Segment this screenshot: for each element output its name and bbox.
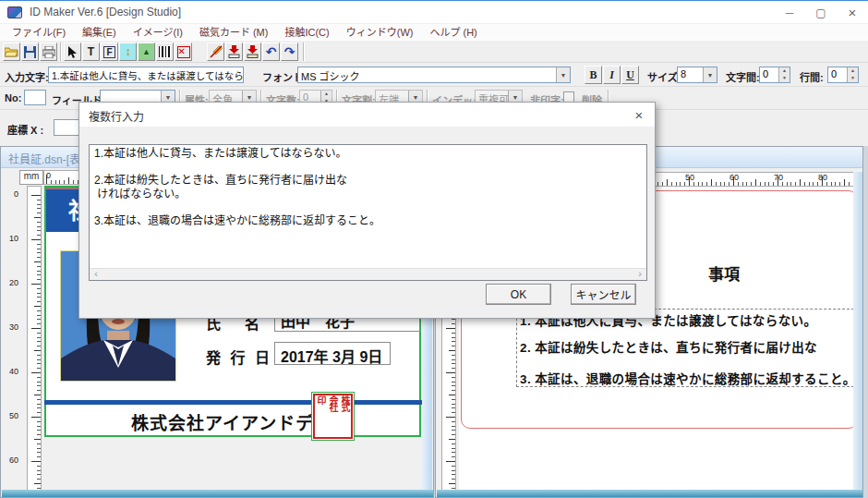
ok-button[interactable]: OK	[486, 284, 551, 305]
close-icon: ×	[635, 107, 644, 123]
right-horizontal-scrollbar[interactable]	[437, 490, 862, 497]
textarea-horizontal-scrollbar[interactable]: ‹ ›	[90, 268, 646, 280]
italic-button[interactable]: I	[603, 66, 621, 84]
toolbar-separator	[303, 43, 305, 61]
issue-date-value-object[interactable]: 2017年 3月 9日	[274, 342, 391, 365]
save-floppy-icon	[24, 46, 36, 58]
font-combobox[interactable]: MS ゴシック ▼	[297, 67, 571, 83]
multiline-text-area[interactable]: 1.本証は他人に貸与、または譲渡してはならない。 2.本証は紛失したときは、直ち…	[90, 145, 646, 268]
italic-icon: I	[609, 68, 614, 82]
close-icon: ×	[849, 5, 857, 20]
undo-button[interactable]: ↶	[262, 43, 280, 61]
undo-icon: ↶	[266, 44, 277, 59]
field-tool-button[interactable]: F	[101, 43, 118, 61]
underline-button[interactable]: U	[621, 66, 639, 84]
left-vertical-ruler	[27, 186, 42, 491]
line-spacing-spinner[interactable]: 0 ▲▼	[827, 67, 859, 83]
bold-button[interactable]: B	[585, 66, 602, 84]
cursor-arrow-icon	[67, 46, 78, 58]
menu-help[interactable]: ヘルプ (H)	[421, 23, 485, 41]
dialog-titlebar[interactable]: 複数行入力 ×	[79, 103, 655, 127]
application-window: ID Maker Ver.6 [Design Studio] ─ ▢ × ファイ…	[0, 0, 868, 498]
right-vertical-scrollbar[interactable]	[853, 172, 863, 491]
no-label: No:	[5, 92, 21, 103]
updown-tool-button[interactable]: ↕	[119, 43, 137, 61]
menu-window[interactable]: ウィンドウ(W)	[338, 23, 422, 41]
text-tool-icon: T	[88, 45, 94, 58]
chevron-down-icon[interactable]: ▼	[703, 67, 717, 82]
font-value: MS ゴシック	[298, 67, 556, 82]
spin-up-icon[interactable]: ▲	[779, 67, 790, 75]
image-tool-button[interactable]: ▲	[138, 43, 155, 61]
app-icon	[7, 6, 22, 18]
main-toolbar: T F ↕ ▲ ✕ ↶ ↷	[0, 40, 868, 63]
char-spacing-value: 0	[760, 67, 778, 82]
notes-heading-object[interactable]: 事項	[708, 261, 740, 285]
dialog-title: 複数行入力	[89, 108, 144, 124]
save-button[interactable]	[21, 43, 39, 61]
rule-line-2[interactable]: 2. 本証は紛失したときは、直ちに発行者に届け出な	[520, 337, 817, 356]
import-all-button[interactable]	[244, 43, 261, 61]
cancel-button[interactable]: キャンセル	[571, 284, 636, 305]
bold-icon: B	[589, 68, 597, 82]
title-bar: ID Maker Ver.6 [Design Studio] ─ ▢ ×	[0, 0, 868, 23]
input-text-label: 入力文字:	[5, 69, 49, 84]
menu-magnetic-card[interactable]: 磁気カード (M)	[191, 23, 277, 41]
coord-x-label: 座標 X :	[7, 122, 43, 137]
underline-icon: U	[626, 68, 634, 82]
no-field[interactable]	[24, 90, 46, 105]
format-toolbar: 入力文字: 1.本証は他人に貸与、または譲渡してはならない。 フォント: MS …	[0, 63, 868, 87]
multiline-input-dialog: 複数行入力 × 1.本証は他人に貸与、または譲渡してはならない。 2.本証は紛失…	[78, 102, 656, 319]
line-spacing-value: 0	[828, 67, 847, 82]
card-divider-line[interactable]	[44, 400, 425, 405]
menu-contact-ic[interactable]: 接触IC(C)	[276, 23, 337, 41]
issue-date-label-object[interactable]: 発 行 日	[206, 346, 272, 368]
delete-object-button[interactable]: ✕	[175, 43, 192, 61]
company-name-object[interactable]: 株式会社アイアンドディ	[131, 409, 332, 434]
print-button[interactable]	[40, 43, 57, 61]
menu-image[interactable]: イメージ(I)	[125, 23, 191, 41]
rule-line-3[interactable]: 3. 本証は、退職の場合は速やかに総務部に返却すること。	[520, 369, 856, 387]
arrow-into-box-icon	[247, 45, 259, 58]
size-value: 8	[678, 67, 703, 82]
mountain-image-icon: ▲	[142, 47, 151, 56]
minimize-button[interactable]: ─	[774, 1, 805, 24]
select-tool-button[interactable]	[64, 43, 81, 61]
minimize-icon: ─	[786, 6, 794, 19]
menu-bar: ファイル(F) 編集(E) イメージ(I) 磁気カード (M) 接触IC(C) …	[0, 24, 868, 40]
char-spacing-spinner[interactable]: 0 ▲▼	[759, 67, 790, 83]
barcode-tool-button[interactable]	[156, 43, 174, 61]
printer-icon	[42, 46, 55, 58]
chevron-down-icon[interactable]: ▼	[556, 67, 570, 82]
line-spacing-label: 行間:	[800, 69, 824, 84]
redo-button[interactable]: ↷	[281, 43, 298, 61]
dialog-close-button[interactable]: ×	[625, 103, 653, 127]
redo-icon: ↷	[284, 44, 295, 59]
char-spacing-label: 文字間:	[726, 69, 760, 84]
delete-x-icon: ✕	[177, 46, 190, 58]
updown-arrows-icon: ↕	[126, 45, 131, 58]
open-button[interactable]	[3, 43, 20, 61]
scroll-right-icon[interactable]: ›	[633, 269, 646, 280]
left-horizontal-scrollbar[interactable]	[2, 490, 433, 497]
spin-down-icon[interactable]: ▼	[779, 75, 790, 82]
scroll-left-icon[interactable]: ‹	[90, 269, 102, 280]
input-text-field[interactable]: 1.本証は他人に貸与、または譲渡してはならない。	[48, 67, 244, 83]
spin-up-icon: ▲	[321, 91, 332, 98]
pen-slash-icon	[210, 45, 223, 58]
menu-edit[interactable]: 編集(E)	[74, 23, 125, 41]
spin-down-icon[interactable]: ▼	[848, 75, 858, 82]
close-button[interactable]: ×	[837, 1, 868, 24]
size-label: サイズ:	[647, 69, 681, 84]
company-seal-stamp-object[interactable]: 株式 会社 印	[311, 392, 355, 441]
import-field-button[interactable]	[225, 43, 243, 61]
toolbar-separator	[60, 43, 62, 61]
pen-edit-button[interactable]	[207, 43, 224, 61]
maximize-icon: ▢	[815, 6, 826, 19]
size-combobox[interactable]: 8 ▼	[677, 67, 717, 83]
menu-file[interactable]: ファイル(F)	[4, 23, 74, 41]
text-tool-button[interactable]: T	[82, 43, 100, 61]
spin-up-icon[interactable]: ▲	[848, 67, 858, 75]
maximize-button[interactable]: ▢	[805, 1, 837, 24]
ruler-unit-box: mm	[19, 170, 43, 185]
